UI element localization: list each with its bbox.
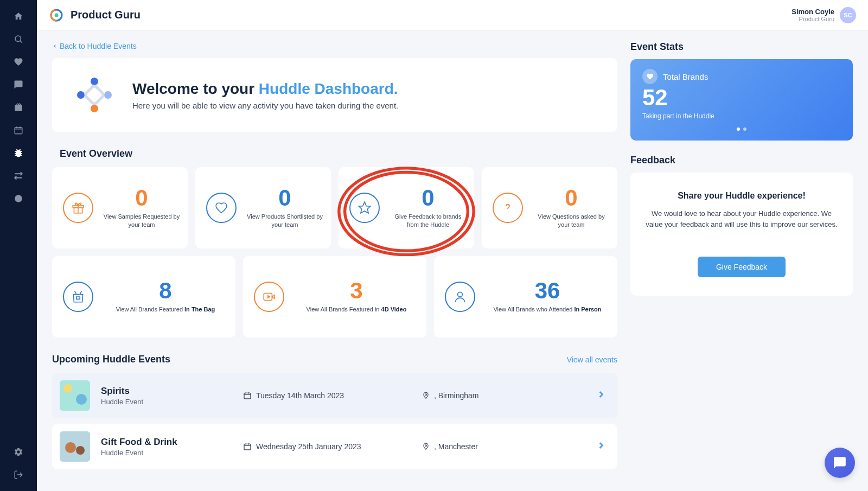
stats-label: Total Brands <box>663 72 708 81</box>
home-icon[interactable] <box>13 11 24 22</box>
card-number: 0 <box>388 187 468 209</box>
calendar-icon[interactable] <box>13 125 24 136</box>
view-all-events[interactable]: View all events <box>567 355 617 364</box>
welcome-prefix: Welcome to your <box>132 80 259 97</box>
person-icon <box>445 282 475 312</box>
stats-subtitle: Taking part in the Huddle <box>642 112 841 120</box>
card-text: 0 Give Feedback to brands from the Huddl… <box>388 187 468 229</box>
svg-point-26 <box>63 384 72 393</box>
card-number: 0 <box>245 187 324 209</box>
svg-rect-25 <box>60 380 90 411</box>
card-text: 0 View Questions asked by your team <box>532 187 611 229</box>
sidebar-bottom <box>0 447 37 480</box>
feedback-text: We would love to hear about your Huddle … <box>643 208 840 229</box>
svg-point-40 <box>425 445 427 447</box>
event-location-text: , Manchester <box>434 442 478 451</box>
card-label: View Questions asked by your team <box>532 213 611 229</box>
question-icon <box>493 193 523 223</box>
shortlisted-card[interactable]: 0 View Products Shortlisted by your team <box>195 167 331 248</box>
event-date-text: Tuesday 14th March 2023 <box>256 391 344 400</box>
card-text: 0 View Products Shortlisted by your team <box>245 187 324 229</box>
transfer-icon[interactable] <box>13 170 24 181</box>
inthebag-card[interactable]: 8 View All Brands Featured In The Bag <box>52 256 235 337</box>
svg-point-6 <box>15 195 22 202</box>
main: Product Guru Simon Coyle Product Guru SC… <box>37 0 868 491</box>
event-type: Huddle Event <box>101 398 243 406</box>
app-title: Product Guru <box>71 9 141 21</box>
overview-row-1: 0 View Samples Requested by your team 0 … <box>52 167 617 248</box>
settings-icon[interactable] <box>13 447 24 457</box>
calendar-icon <box>243 442 252 451</box>
back-link[interactable]: Back to Huddle Events <box>52 42 137 50</box>
bug-icon[interactable] <box>13 148 24 158</box>
card-number: 3 <box>293 279 420 302</box>
welcome-card: Welcome to your Huddle Dashboard. Here y… <box>52 58 617 132</box>
event-card[interactable]: Spirits Huddle Event Tuesday 14th March … <box>52 373 617 418</box>
heart-icon[interactable] <box>13 56 24 67</box>
user-menu[interactable]: Simon Coyle Product Guru SC <box>792 7 856 23</box>
logout-icon[interactable] <box>13 469 24 480</box>
svg-point-32 <box>425 394 427 396</box>
header: Product Guru Simon Coyle Product Guru SC <box>37 0 868 30</box>
card-number: 36 <box>484 279 611 302</box>
chat-widget[interactable] <box>825 448 855 478</box>
sidebar-nav <box>0 11 37 447</box>
card-number: 0 <box>532 187 611 209</box>
content-main: Back to Huddle Events Welcome to your Hu… <box>52 41 617 480</box>
badge-icon[interactable] <box>13 193 24 204</box>
welcome-highlight: Huddle Dashboard. <box>259 80 398 97</box>
overview-title: Event Overview <box>60 148 617 160</box>
feedback-card[interactable]: 0 Give Feedback to brands from the Huddl… <box>339 167 474 248</box>
svg-point-0 <box>15 36 21 42</box>
chat-icon[interactable] <box>13 79 24 90</box>
event-name: Gift Food & Drink <box>101 437 243 448</box>
heart-icon <box>642 69 658 84</box>
event-location-text: , Birmingham <box>434 391 478 400</box>
gift-icon[interactable] <box>13 102 24 113</box>
event-name: Spirits <box>101 386 243 397</box>
stats-header: Total Brands <box>642 69 841 84</box>
header-left: Product Guru <box>49 8 141 23</box>
card-text: 0 View Samples Requested by your team <box>102 187 181 229</box>
gift-icon <box>63 193 93 223</box>
video-icon <box>254 282 284 312</box>
svg-point-27 <box>76 394 87 405</box>
star-icon <box>349 193 380 223</box>
event-date: Wednesday 25th January 2023 <box>243 442 422 451</box>
bag-icon <box>63 282 93 312</box>
feedback-panel: Share your Huddle experience! We would l… <box>630 173 853 296</box>
carousel-dots[interactable] <box>642 123 841 133</box>
video-card[interactable]: 3 View All Brands Featured in 4D Video <box>243 256 426 337</box>
welcome-text: Welcome to your Huddle Dashboard. Here y… <box>132 80 398 110</box>
svg-point-11 <box>104 91 112 99</box>
chevron-right-icon <box>596 440 607 453</box>
inperson-card[interactable]: 36 View All Brands who Attended In Perso… <box>434 256 617 337</box>
svg-point-10 <box>91 78 98 85</box>
event-name-block: Gift Food & Drink Huddle Event <box>101 437 243 457</box>
feedback-title: Share your Huddle experience! <box>643 191 840 201</box>
avatar[interactable]: SC <box>840 7 856 23</box>
svg-rect-36 <box>244 444 251 450</box>
event-date-text: Wednesday 25th January 2023 <box>256 442 361 451</box>
stats-card[interactable]: Total Brands 52 Taking part in the Huddl… <box>630 59 853 141</box>
content-aside: Event Stats Total Brands 52 Taking part … <box>630 41 853 480</box>
samples-card[interactable]: 0 View Samples Requested by your team <box>52 167 188 248</box>
stats-value: 52 <box>642 86 841 109</box>
sidebar <box>0 0 37 491</box>
event-card[interactable]: Gift Food & Drink Huddle Event Wednesday… <box>52 424 617 469</box>
svg-point-9 <box>55 13 59 17</box>
svg-rect-14 <box>85 85 105 105</box>
give-feedback-button[interactable]: Give Feedback <box>698 257 786 277</box>
events-header: Upcoming Huddle Events View all events <box>52 354 617 365</box>
welcome-title: Welcome to your Huddle Dashboard. <box>132 80 398 98</box>
search-icon[interactable] <box>13 34 24 44</box>
svg-marker-20 <box>359 202 371 213</box>
events-title: Upcoming Huddle Events <box>52 354 170 365</box>
event-location: , Manchester <box>422 442 596 451</box>
card-number: 8 <box>102 279 229 302</box>
card-label: View All Brands Featured In The Bag <box>102 305 229 314</box>
card-label: View All Brands who Attended In Person <box>484 305 611 314</box>
svg-marker-23 <box>268 296 270 298</box>
questions-card[interactable]: 0 View Questions asked by your team <box>482 167 617 248</box>
chevron-right-icon <box>596 389 607 402</box>
